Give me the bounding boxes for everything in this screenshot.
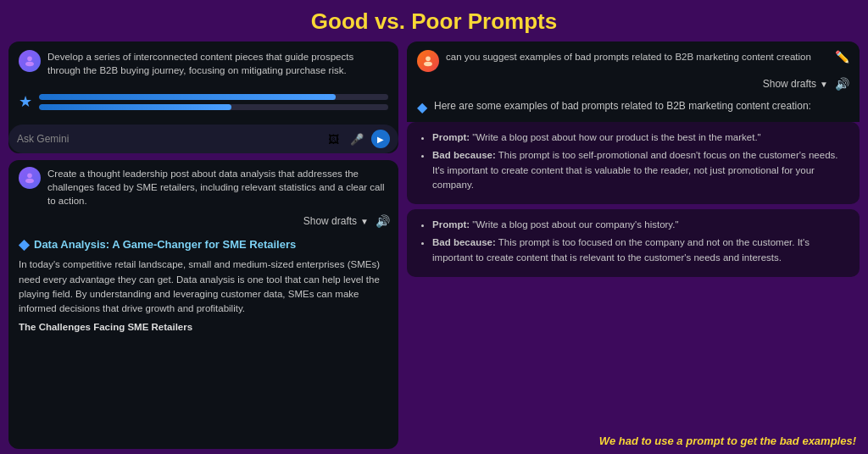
- svg-point-2: [27, 174, 32, 179]
- prompt-card-2-bad-because: Bad because: This prompt is too focused …: [432, 235, 848, 265]
- star-icon: ★: [19, 92, 32, 111]
- progress-bar-1: [39, 94, 388, 100]
- edit-icon[interactable]: ✏️: [835, 50, 849, 64]
- page-title: Good vs. Poor Prompts: [0, 0, 868, 42]
- diamond-icon-right: ◆: [417, 99, 427, 115]
- ask-gemini-icons: 🖼 🎤 ▶: [324, 130, 390, 148]
- prompt-card-1: Prompt: "Write a blog post about how our…: [407, 122, 860, 204]
- progress-bar-2: [39, 104, 388, 110]
- left-bottom-chat: Create a thought leadership post about d…: [8, 160, 398, 449]
- progress-bars: [39, 94, 388, 110]
- progress-bar-fill-2: [39, 104, 231, 110]
- left-top-user-text: Develop a series of interconnected conte…: [47, 50, 388, 77]
- show-drafts-button-right[interactable]: Show drafts ▼: [763, 78, 828, 90]
- right-user-text: can you suggest examples of bad prompts …: [446, 50, 811, 64]
- left-user-message-top: Develop a series of interconnected conte…: [8, 42, 398, 86]
- svg-point-0: [27, 56, 32, 61]
- show-drafts-label-left: Show drafts: [303, 215, 357, 227]
- show-drafts-button-left[interactable]: Show drafts ▼: [303, 215, 369, 227]
- right-top-box: can you suggest examples of bad prompts …: [407, 42, 860, 122]
- image-upload-icon[interactable]: 🖼: [324, 130, 342, 148]
- prompt-card-2: Prompt: "Write a blog post about our com…: [407, 209, 860, 277]
- main-content: Develop a series of interconnected conte…: [0, 42, 868, 454]
- right-user-message: can you suggest examples of bad prompts …: [417, 50, 849, 72]
- avatar-left-top: [19, 50, 41, 72]
- svg-point-4: [426, 56, 431, 61]
- left-bottom-response-bold: The Challenges Facing SME Retailers: [19, 322, 192, 332]
- left-bottom-ai-content: ◆ Data Analysis: A Game-Changer for SME …: [8, 231, 398, 449]
- right-cards-container: Prompt: "Write a blog post about how our…: [407, 122, 860, 431]
- svg-point-1: [25, 62, 34, 67]
- left-user-message-bottom: Create a thought leadership post about d…: [8, 160, 398, 211]
- progress-section: ★: [19, 92, 388, 111]
- prompt-card-1-prompt: Prompt: "Write a blog post about how our…: [432, 130, 848, 145]
- chevron-down-icon-right: ▼: [820, 80, 828, 89]
- left-bottom-user-text: Create a thought leadership post about d…: [47, 167, 388, 208]
- right-panel: can you suggest examples of bad prompts …: [407, 42, 860, 449]
- show-drafts-label-right: Show drafts: [763, 78, 816, 90]
- left-bottom-response-title: ◆ Data Analysis: A Game-Changer for SME …: [19, 236, 388, 252]
- bottom-note: We had to use a prompt to get the bad ex…: [407, 431, 860, 449]
- left-bottom-response-body: In today's competitive retail landscape,…: [19, 257, 388, 335]
- speaker-icon-left[interactable]: 🔊: [376, 214, 390, 228]
- left-bottom-response-header: Show drafts ▼ 🔊: [8, 211, 398, 231]
- right-ai-intro: ◆ Here are some examples of bad prompts …: [417, 96, 849, 117]
- send-icon[interactable]: ▶: [371, 130, 390, 148]
- progress-bar-fill-1: [39, 94, 336, 100]
- right-ai-intro-text: Here are some examples of bad prompts re…: [434, 99, 811, 114]
- avatar-right: [417, 50, 439, 72]
- right-response-header: Show drafts ▼ 🔊: [417, 75, 849, 92]
- ask-gemini-bar[interactable]: Ask Gemini 🖼 🎤 ▶: [8, 125, 398, 153]
- avatar-left-bottom: [19, 167, 41, 189]
- prompt-card-1-bad-because: Bad because: This prompt is too self-pro…: [432, 148, 848, 192]
- left-panel: Develop a series of interconnected conte…: [8, 42, 398, 449]
- ai-response-area-top: ★: [8, 86, 398, 121]
- mic-icon[interactable]: 🎤: [348, 130, 366, 148]
- svg-point-5: [424, 62, 432, 67]
- diamond-icon-left: ◆: [19, 236, 29, 252]
- prompt-card-2-prompt: Prompt: "Write a blog post about our com…: [432, 218, 848, 232]
- left-top-chat: Develop a series of interconnected conte…: [8, 42, 398, 153]
- speaker-icon-right[interactable]: 🔊: [835, 77, 849, 91]
- ask-gemini-placeholder: Ask Gemini: [17, 133, 319, 145]
- svg-point-3: [25, 179, 34, 184]
- chevron-down-icon-left: ▼: [360, 217, 369, 226]
